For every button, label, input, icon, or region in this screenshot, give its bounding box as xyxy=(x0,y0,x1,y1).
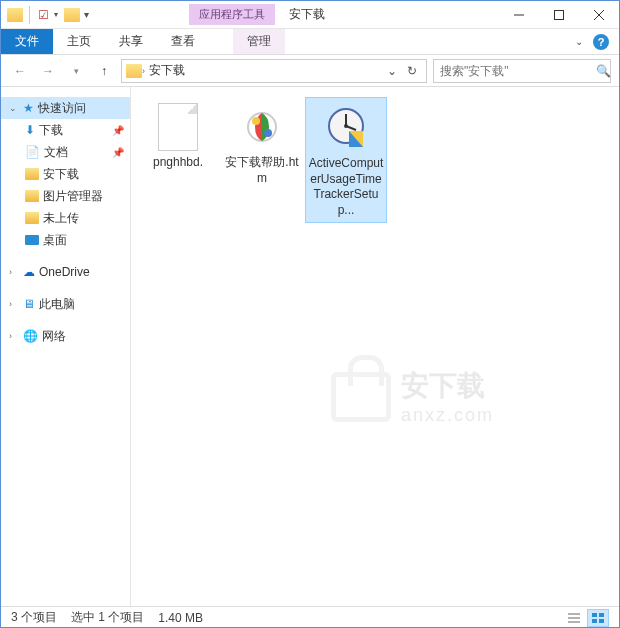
recent-locations[interactable]: ▾ xyxy=(65,60,87,82)
pc-icon: 🖥 xyxy=(23,297,35,311)
sidebar-item-label: 安下载 xyxy=(43,166,79,183)
folder-icon xyxy=(7,8,23,22)
chevron-down-icon[interactable]: ⌄ xyxy=(575,36,583,47)
watermark: 安下载 anxz.com xyxy=(331,367,494,426)
sidebar-item-label: 此电脑 xyxy=(39,296,75,313)
status-item-count: 3 个项目 xyxy=(11,609,57,626)
minimize-button[interactable] xyxy=(499,1,539,29)
close-button[interactable] xyxy=(579,1,619,29)
folder-icon xyxy=(25,168,39,180)
sidebar-quick-access[interactable]: ⌄ ★ 快速访问 xyxy=(1,97,130,119)
help-icon[interactable]: ? xyxy=(593,34,609,50)
sidebar-item-not-uploaded[interactable]: 未上传 xyxy=(1,207,130,229)
tab-home[interactable]: 主页 xyxy=(53,29,105,54)
folder-icon xyxy=(25,190,39,202)
sidebar-item-label: 下载 xyxy=(39,122,63,139)
folder-icon xyxy=(126,64,142,78)
chevron-right-icon[interactable]: › xyxy=(9,331,19,341)
grid-icon xyxy=(592,613,604,623)
status-bar: 3 个项目 选中 1 个项目 1.40 MB xyxy=(1,606,619,628)
window-controls xyxy=(499,1,619,29)
icons-view-button[interactable] xyxy=(587,609,609,627)
file-name: 安下载帮助.htm xyxy=(223,155,301,186)
pin-icon: 📌 xyxy=(112,125,124,136)
maximize-button[interactable] xyxy=(539,1,579,29)
titlebar: ☑ ▾ ▾ 应用程序工具 安下载 xyxy=(1,1,619,29)
tab-view[interactable]: 查看 xyxy=(157,29,209,54)
sidebar-onedrive[interactable]: › ☁ OneDrive xyxy=(1,261,130,283)
sidebar-item-image-manager[interactable]: 图片管理器 xyxy=(1,185,130,207)
sidebar-item-label: 未上传 xyxy=(43,210,79,227)
address-bar-row: ← → ▾ ↑ › 安下载 ⌄ ↻ 🔍 xyxy=(1,55,619,87)
quick-access-toolbar: ☑ ▾ ▾ xyxy=(1,6,89,24)
download-icon: ⬇ xyxy=(25,123,35,137)
file-name: ActiveComputerUsageTimeTrackerSetup... xyxy=(308,156,384,218)
breadcrumb[interactable]: 安下载 xyxy=(145,62,189,79)
svg-point-6 xyxy=(264,129,272,137)
lock-icon xyxy=(331,372,391,422)
svg-rect-1 xyxy=(555,10,564,19)
search-input[interactable] xyxy=(440,64,590,78)
sidebar-item-anxz[interactable]: 安下载 xyxy=(1,163,130,185)
file-item[interactable]: 安下载帮助.htm xyxy=(221,97,303,190)
up-button[interactable]: ↑ xyxy=(93,60,115,82)
htm-icon xyxy=(223,101,301,153)
folder-icon[interactable] xyxy=(64,8,80,22)
pin-icon: 📌 xyxy=(112,147,124,158)
details-view-button[interactable] xyxy=(563,609,585,627)
sidebar-item-label: OneDrive xyxy=(39,265,90,279)
svg-rect-15 xyxy=(599,613,604,617)
close-icon xyxy=(594,10,604,20)
main-area: ⌄ ★ 快速访问 ⬇ 下载 📌 📄 文档 📌 安下载 图片管理器 未上传 xyxy=(1,87,619,606)
navigation-pane: ⌄ ★ 快速访问 ⬇ 下载 📌 📄 文档 📌 安下载 图片管理器 未上传 xyxy=(1,87,131,606)
file-item-selected[interactable]: ActiveComputerUsageTimeTrackerSetup... xyxy=(305,97,387,223)
file-item[interactable]: pnghhbd. xyxy=(137,97,219,175)
refresh-button[interactable]: ↻ xyxy=(402,64,422,78)
caret-down-icon[interactable]: ▾ xyxy=(54,10,58,19)
sidebar-item-label: 网络 xyxy=(42,328,66,345)
sidebar-item-downloads[interactable]: ⬇ 下载 📌 xyxy=(1,119,130,141)
star-icon: ★ xyxy=(23,101,34,115)
tab-manage[interactable]: 管理 xyxy=(233,29,285,54)
svg-rect-17 xyxy=(599,619,604,623)
address-dropdown[interactable]: ⌄ xyxy=(382,64,402,78)
chevron-down-icon[interactable]: ⌄ xyxy=(9,103,19,113)
status-size: 1.40 MB xyxy=(158,611,203,625)
desktop-icon xyxy=(25,235,39,245)
network-icon: 🌐 xyxy=(23,329,38,343)
sidebar-item-label: 桌面 xyxy=(43,232,67,249)
check-icon[interactable]: ☑ xyxy=(36,8,50,22)
sidebar-network[interactable]: › 🌐 网络 xyxy=(1,325,130,347)
svg-point-5 xyxy=(252,117,260,125)
sidebar-item-label: 图片管理器 xyxy=(43,188,103,205)
search-box[interactable]: 🔍 xyxy=(433,59,611,83)
sidebar-this-pc[interactable]: › 🖥 此电脑 xyxy=(1,293,130,315)
ribbon-tabs: 文件 主页 共享 查看 管理 ⌄ ? xyxy=(1,29,619,55)
svg-point-10 xyxy=(344,124,348,128)
tab-share[interactable]: 共享 xyxy=(105,29,157,54)
sidebar-item-documents[interactable]: 📄 文档 📌 xyxy=(1,141,130,163)
sidebar-item-label: 快速访问 xyxy=(38,100,86,117)
details-icon xyxy=(568,613,580,623)
sidebar-item-label: 文档 xyxy=(44,144,68,161)
svg-rect-16 xyxy=(592,619,597,623)
svg-rect-14 xyxy=(592,613,597,617)
address-bar[interactable]: › 安下载 ⌄ ↻ xyxy=(121,59,427,83)
window-title: 安下载 xyxy=(289,6,325,23)
search-icon[interactable]: 🔍 xyxy=(596,64,611,78)
file-name: pnghhbd. xyxy=(139,155,217,171)
forward-button[interactable]: → xyxy=(37,60,59,82)
folder-icon xyxy=(25,212,39,224)
file-list[interactable]: pnghhbd. 安下载帮助.htm ActiveComputerUsageTi… xyxy=(131,87,619,606)
context-tab-header: 应用程序工具 xyxy=(189,4,275,25)
document-icon: 📄 xyxy=(25,145,40,159)
back-button[interactable]: ← xyxy=(9,60,31,82)
exe-icon xyxy=(308,102,384,154)
sidebar-item-desktop[interactable]: 桌面 xyxy=(1,229,130,251)
file-icon xyxy=(158,103,198,151)
file-tab[interactable]: 文件 xyxy=(1,29,53,54)
chevron-right-icon[interactable]: › xyxy=(9,299,19,309)
divider xyxy=(29,6,30,24)
qat-overflow[interactable]: ▾ xyxy=(84,9,89,20)
chevron-right-icon[interactable]: › xyxy=(9,267,19,277)
